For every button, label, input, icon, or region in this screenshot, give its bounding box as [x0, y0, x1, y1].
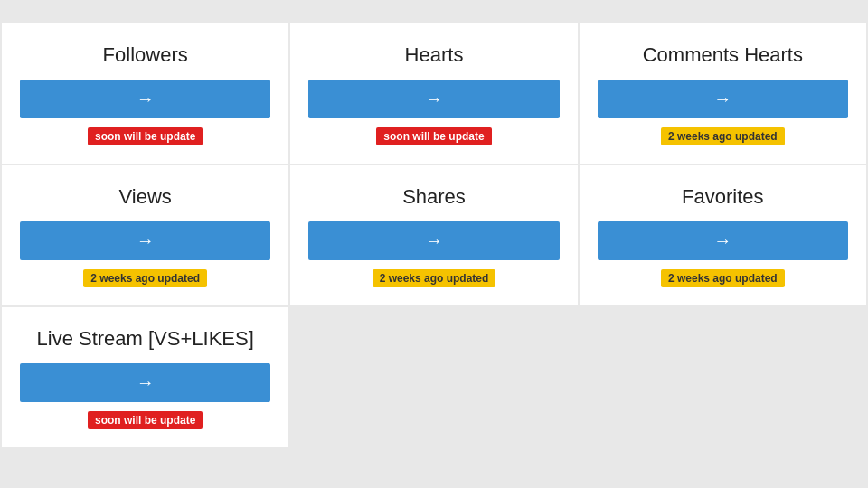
card-favorites: Favorites→2 weeks ago updated	[580, 165, 866, 305]
empty-card-1	[580, 307, 866, 447]
arrow-button-views[interactable]: →	[20, 221, 270, 260]
badge-shares: 2 weeks ago updated	[373, 269, 496, 287]
card-views: Views→2 weeks ago updated	[2, 165, 288, 305]
badge-comments-hearts: 2 weeks ago updated	[661, 127, 785, 145]
badge-views: 2 weeks ago updated	[83, 269, 207, 287]
arrow-button-favorites[interactable]: →	[598, 221, 848, 260]
header	[0, 0, 868, 22]
arrow-button-hearts[interactable]: →	[308, 80, 559, 118]
main-grid: Followers→soon will be updateHearts→soon…	[0, 22, 868, 307]
card-title-followers: Followers	[103, 43, 188, 67]
arrow-button-followers[interactable]: →	[20, 80, 270, 118]
card-title-comments-hearts: Comments Hearts	[643, 43, 803, 67]
card-title-live-stream: Live Stream [VS+LIKES]	[37, 327, 254, 351]
card-title-hearts: Hearts	[405, 43, 464, 67]
badge-hearts: soon will be update	[376, 127, 491, 145]
bottom-section: Live Stream [VS+LIKES]→soon will be upda…	[0, 307, 868, 449]
empty-card-0	[290, 307, 577, 447]
arrow-button-shares[interactable]: →	[308, 221, 559, 260]
arrow-button-comments-hearts[interactable]: →	[598, 80, 848, 118]
card-title-shares: Shares	[402, 185, 466, 209]
card-title-favorites: Favorites	[682, 185, 763, 209]
card-title-views: Views	[119, 185, 172, 209]
card-comments-hearts: Comments Hearts→2 weeks ago updated	[580, 23, 866, 164]
badge-followers: soon will be update	[88, 127, 203, 145]
badge-live-stream: soon will be update	[88, 411, 203, 429]
arrow-button-live-stream[interactable]: →	[20, 363, 270, 402]
card-live-stream: Live Stream [VS+LIKES]→soon will be upda…	[2, 307, 288, 447]
card-followers: Followers→soon will be update	[2, 23, 288, 164]
card-shares: Shares→2 weeks ago updated	[290, 165, 577, 305]
badge-favorites: 2 weeks ago updated	[661, 269, 785, 287]
card-hearts: Hearts→soon will be update	[290, 23, 577, 164]
